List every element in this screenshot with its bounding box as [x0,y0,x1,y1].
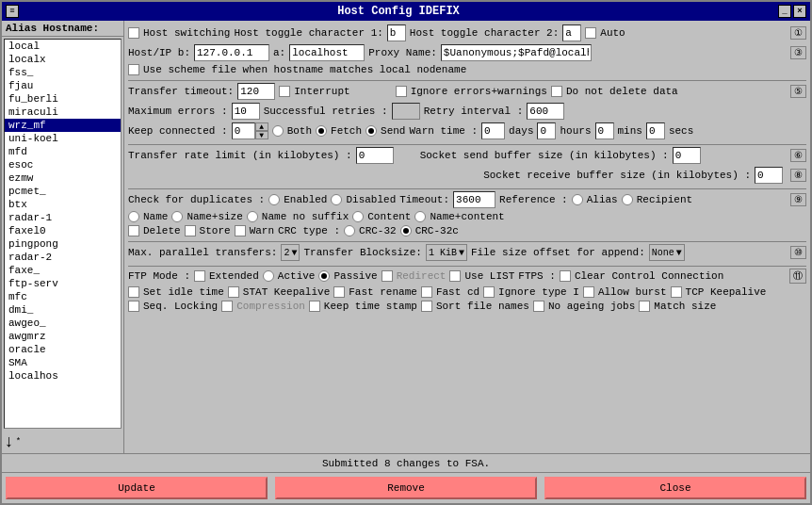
sidebar-list[interactable]: local localx fss_ fjau fu_berli miraculi… [4,39,122,429]
scheme-file-checkbox[interactable] [128,64,139,75]
sidebar-item-localhos[interactable]: localhos [5,369,121,383]
keep-connected-input[interactable] [232,122,255,139]
sidebar-item-fss[interactable]: fss_ [5,66,121,79]
alias-radio[interactable] [572,194,583,205]
sidebar-item-sma[interactable]: SMA [5,356,121,369]
no-ageing-checkbox[interactable] [533,301,544,312]
content-radio[interactable] [352,211,364,222]
sidebar-item-localx[interactable]: localx [5,53,121,66]
allow-burst-checkbox[interactable] [583,286,594,298]
interrupt-checkbox[interactable] [279,86,290,97]
sidebar-item-oracle[interactable]: oracle [5,343,121,356]
seq-locking-checkbox[interactable] [128,301,139,312]
no-delete-checkbox[interactable] [551,86,562,97]
rate-limit-input[interactable] [356,147,394,164]
secs-label: secs [669,125,693,137]
hours-input[interactable] [537,122,556,139]
sidebar-item-esoc[interactable]: esoc [5,158,121,171]
socket-recv-input[interactable] [755,167,783,184]
namecontent-radio[interactable] [414,211,426,222]
mins-input[interactable] [595,122,614,139]
set-idle-checkbox[interactable] [128,286,139,298]
parallel-dropdown[interactable]: 2 ▼ [281,244,300,261]
sidebar-item-faxel0[interactable]: faxel0 [5,224,121,237]
sidebar-item-faxe[interactable]: faxe_ [5,264,121,277]
nosuffix-radio[interactable] [247,211,258,222]
both-radio[interactable] [272,125,284,137]
keep-connected-up[interactable]: ▲ [255,122,268,131]
remove-button[interactable]: Remove [275,477,537,499]
enabled-radio[interactable] [268,194,280,205]
toggle-char2-input[interactable] [562,24,581,41]
sidebar-item-radar1[interactable]: radar-1 [5,211,121,224]
fast-cd-checkbox[interactable] [421,286,432,298]
blocksize-dropdown[interactable]: 1 KiB ▼ [426,244,467,261]
send-radio[interactable] [365,125,377,137]
sidebar-item-uni-koel[interactable]: uni-koel [5,132,121,145]
scroll-down-icon[interactable]: ↓ [4,432,14,451]
sidebar-item-wrz_mf[interactable]: wrz_mf [5,119,121,132]
passive-radio[interactable] [318,270,330,282]
store-checkbox[interactable] [185,225,196,236]
proxy-name-input[interactable] [441,44,592,61]
sidebar-item-mfd[interactable]: mfd [5,145,121,158]
sort-filenames-checkbox[interactable] [421,301,432,312]
dup-timeout-input[interactable] [453,191,495,208]
disabled-radio[interactable] [331,194,342,205]
filesize-dropdown[interactable]: None ▼ [649,244,685,261]
match-size-checkbox[interactable] [639,301,650,312]
compression-checkbox[interactable] [221,301,233,312]
namesize-radio[interactable] [171,211,183,222]
sidebar-item-dmi[interactable]: dmi_ [5,303,121,317]
successful-retries-input[interactable] [392,103,420,120]
minimize-button[interactable]: _ [778,5,791,18]
keep-connected-down[interactable]: ▼ [255,131,268,139]
extended-checkbox[interactable] [194,270,205,282]
tcp-keepalive-checkbox[interactable] [671,286,682,298]
stat-keepalive-checkbox[interactable] [228,286,239,298]
ignore-type-checkbox[interactable] [483,286,495,298]
use-list-checkbox[interactable] [449,270,461,282]
fast-rename-checkbox[interactable] [333,286,345,298]
secs-input[interactable] [646,122,665,139]
ignore-errors-checkbox[interactable] [396,86,407,97]
close-button[interactable]: × [793,5,806,18]
sidebar-item-btx[interactable]: btx [5,198,121,211]
auto-checkbox[interactable] [585,27,596,39]
sidebar-item-pcmet[interactable]: pcmet_ [5,185,121,198]
host-switching-checkbox[interactable] [128,27,139,39]
close-button-main[interactable]: Close [544,477,806,499]
keep-timestamp-checkbox[interactable] [309,301,320,312]
retry-interval-input[interactable] [527,103,564,120]
transfer-timeout-input[interactable] [237,83,275,100]
socket-send-input[interactable] [673,147,701,164]
sidebar-item-mfc[interactable]: mfc [5,290,121,303]
active-radio[interactable] [263,270,274,282]
sidebar-item-fjau[interactable]: fjau [5,79,121,92]
sidebar-item-ezmw[interactable]: ezmw [5,171,121,185]
redirect-checkbox[interactable] [382,270,393,282]
recipient-radio[interactable] [622,194,633,205]
sidebar-item-miraculi[interactable]: miraculi [5,106,121,119]
fetch-radio[interactable] [316,125,327,137]
menu-button[interactable]: ≡ [6,5,19,18]
host-ip-a-input[interactable] [289,44,365,61]
delete-checkbox[interactable] [128,225,139,236]
update-button[interactable]: Update [6,477,268,499]
sidebar-item-radar2[interactable]: radar-2 [5,251,121,264]
warn-time-input[interactable] [481,122,505,139]
host-ip-b-input[interactable] [194,44,269,61]
warn-checkbox[interactable] [235,225,246,236]
max-errors-input[interactable] [232,103,260,120]
name-radio[interactable] [128,211,139,222]
toggle-char1-input[interactable] [387,24,406,41]
sidebar-item-ftpserv[interactable]: ftp-serv [5,277,121,290]
sidebar-item-awgmrz[interactable]: awgmrz [5,330,121,343]
sidebar-item-pingpong[interactable]: pingpong [5,237,121,251]
clear-conn-checkbox[interactable] [560,270,571,282]
crc32c-radio[interactable] [400,225,412,236]
sidebar-item-fu_berli[interactable]: fu_berli [5,92,121,106]
sidebar-item-awgeo[interactable]: awgeo_ [5,317,121,330]
sidebar-item-local[interactable]: local [5,40,121,53]
crc32-radio[interactable] [344,225,355,236]
